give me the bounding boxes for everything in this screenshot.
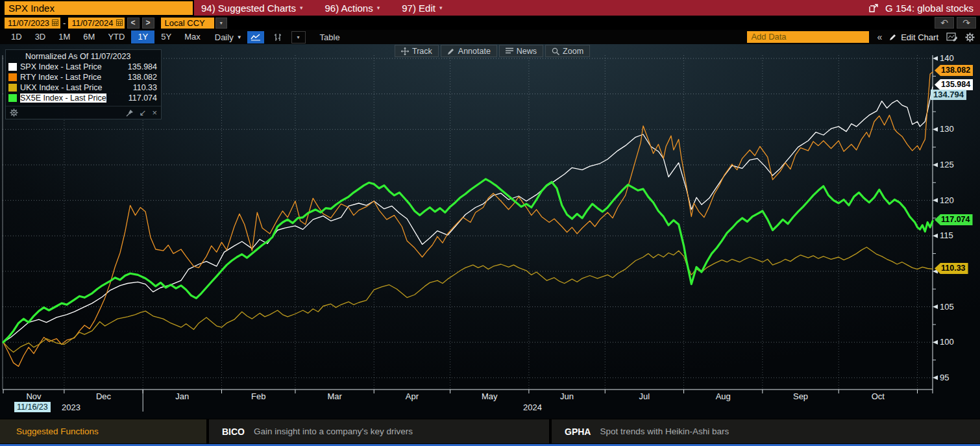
- redo-button[interactable]: ↷: [957, 17, 976, 29]
- close-icon[interactable]: ×: [152, 109, 157, 117]
- date-toolbar: 11/07/2023 - 11/07/2024 < > Local CCY ▾ …: [0, 16, 980, 30]
- bar-chart-type-button[interactable]: [269, 31, 286, 43]
- button-label: Annotate: [458, 47, 491, 56]
- chevron-down-icon: ▾: [439, 5, 443, 11]
- y-tick-arrow: [933, 56, 938, 61]
- chart-toolbar: 1D3D1M6MYTD1Y5YMax Daily ▼ ▾ Table Add D…: [0, 30, 980, 44]
- suggested-function-bico[interactable]: BICO Gain insight into a company's key d…: [209, 419, 549, 443]
- date-from-field[interactable]: 11/07/2023: [5, 18, 60, 29]
- y-tick-arrow: [933, 234, 938, 238]
- range-tab-1m[interactable]: 1M: [52, 31, 77, 43]
- date-to-value: 11/07/2024: [71, 18, 113, 29]
- chart-action-bar: TrackAnnotateNewsZoom: [395, 45, 590, 57]
- legend-item-sx5e[interactable]: SX5E Index - Last Price117.074: [6, 93, 161, 103]
- menu-item-label: 94) Suggested Charts: [201, 3, 296, 14]
- security-input[interactable]: SPX Index: [5, 1, 193, 15]
- range-tab-6m[interactable]: 6M: [77, 31, 101, 43]
- axis-value-tag: 117.074: [935, 214, 973, 225]
- table-button[interactable]: Table: [320, 32, 340, 42]
- legend-item-rty[interactable]: RTY Index - Last Price138.082: [6, 72, 161, 82]
- x-axis-month-label: Apr: [406, 391, 419, 401]
- frequency-select[interactable]: Daily ▼: [215, 32, 242, 42]
- pencil-icon: [888, 33, 897, 42]
- y-axis-label: 125: [940, 160, 954, 169]
- series-label: RTY Index - Last Price: [20, 73, 101, 82]
- menu-item-actions[interactable]: 96) Actions▾: [325, 3, 380, 14]
- x-axis-month-label: Jul: [639, 391, 650, 401]
- annotate-button[interactable]: Annotate: [441, 45, 497, 57]
- date-from-value: 11/07/2023: [8, 18, 49, 29]
- candlestick-icon: [273, 33, 282, 42]
- prev-period-button[interactable]: <: [127, 18, 140, 29]
- history-buttons: ↶ ↷: [935, 17, 976, 29]
- button-label: News: [517, 47, 537, 56]
- chart-type-dropdown[interactable]: ▾: [291, 31, 306, 43]
- collapse-panel-icon[interactable]: «: [877, 32, 882, 42]
- x-axis-year-label: 2023: [62, 403, 80, 412]
- range-tab-max[interactable]: Max: [178, 31, 207, 43]
- add-data-input[interactable]: Add Data: [747, 31, 869, 43]
- x-axis-month-label: Feb: [251, 391, 265, 401]
- axis-value-tag: 138.082: [935, 65, 973, 76]
- legend-item-ukx[interactable]: UKX Index - Last Price110.33: [6, 82, 161, 93]
- suggested-functions-title: Suggested Functions: [16, 427, 99, 436]
- series-label: UKX Index - Last Price: [20, 83, 102, 92]
- calendar-icon: [116, 19, 123, 26]
- x-axis-month-label: Jun: [560, 391, 574, 401]
- y-axis-label: 140: [940, 53, 954, 63]
- x-axis-month-label: Nov: [26, 391, 41, 401]
- news-lines-icon: [506, 47, 513, 55]
- undo-button[interactable]: ↶: [935, 17, 954, 29]
- legend-item-spx[interactable]: SPX Index - Last Price135.984: [6, 62, 161, 72]
- y-tick-arrow: [933, 304, 938, 309]
- range-tab-1d[interactable]: 1D: [5, 31, 29, 43]
- chevron-down-icon: ▾: [300, 5, 303, 11]
- range-tab-ytd[interactable]: YTD: [101, 31, 131, 43]
- x-axis-month-label: Dec: [96, 391, 111, 401]
- range-tab-3d[interactable]: 3D: [29, 31, 53, 43]
- y-tick-arrow: [933, 198, 938, 203]
- chart-settings-button[interactable]: [946, 32, 957, 42]
- legend-panel[interactable]: Normalized As Of 11/07/2023 SPX Index - …: [5, 49, 162, 119]
- range-tab-5y[interactable]: 5Y: [154, 31, 178, 43]
- range-tab-1y[interactable]: 1Y: [131, 31, 154, 43]
- y-axis-label: 105: [940, 302, 954, 312]
- legend-rows: SPX Index - Last Price135.984RTY Index -…: [6, 62, 161, 103]
- x-axis-year-label: 2024: [523, 403, 542, 412]
- edit-chart-label: Edit Chart: [901, 32, 938, 42]
- calendar-icon: [52, 19, 58, 26]
- next-period-button[interactable]: >: [142, 18, 154, 29]
- line-chart-type-button[interactable]: [247, 31, 264, 43]
- currency-chevron-down-icon[interactable]: ▾: [215, 18, 227, 29]
- zoom-button[interactable]: Zoom: [545, 45, 590, 57]
- track-button[interactable]: Track: [395, 45, 439, 57]
- series-label: SX5E Index - Last Price: [20, 93, 106, 103]
- gear-icon[interactable]: [10, 108, 18, 117]
- menu-bar: 94) Suggested Charts▾96) Actions▾97) Edi…: [201, 0, 442, 16]
- bloomberg-chart-window: SPX Index 94) Suggested Charts▾96) Actio…: [0, 0, 980, 446]
- y-axis-label: 95: [940, 373, 949, 382]
- series-color-swatch: [8, 94, 17, 102]
- menu-item-edit[interactable]: 97) Edit▾: [402, 3, 442, 14]
- currency-select[interactable]: Local CCY: [161, 18, 214, 29]
- suggested-function-gpha[interactable]: GPHA Spot trends with Heikin-Ashi bars: [552, 419, 980, 443]
- export-icon[interactable]: [869, 3, 879, 13]
- minimize-icon[interactable]: ↙: [140, 109, 147, 117]
- news-button[interactable]: News: [499, 45, 543, 57]
- chevron-down-icon: ▾: [377, 5, 380, 11]
- x-axis-month-label: Jan: [175, 391, 189, 401]
- menu-item-suggested-charts[interactable]: 94) Suggested Charts▾: [201, 3, 302, 14]
- pin-icon[interactable]: [126, 109, 134, 117]
- suggested-functions-bar: Suggested Functions BICO Gain insight in…: [0, 419, 980, 444]
- y-axis-label: 120: [940, 195, 954, 205]
- series-last-value: 138.082: [128, 73, 157, 82]
- date-to-field[interactable]: 11/07/2024: [68, 18, 124, 29]
- series-line-spx: [3, 87, 933, 342]
- cursor-date-tag: 11/16/23: [14, 402, 51, 412]
- edit-chart-button[interactable]: Edit Chart: [888, 32, 938, 42]
- settings-button[interactable]: [965, 32, 975, 42]
- y-axis-label: 115: [940, 230, 953, 240]
- magnifier-icon: [552, 47, 559, 55]
- chart-edit-icon: [946, 32, 957, 42]
- button-label: Track: [412, 47, 432, 56]
